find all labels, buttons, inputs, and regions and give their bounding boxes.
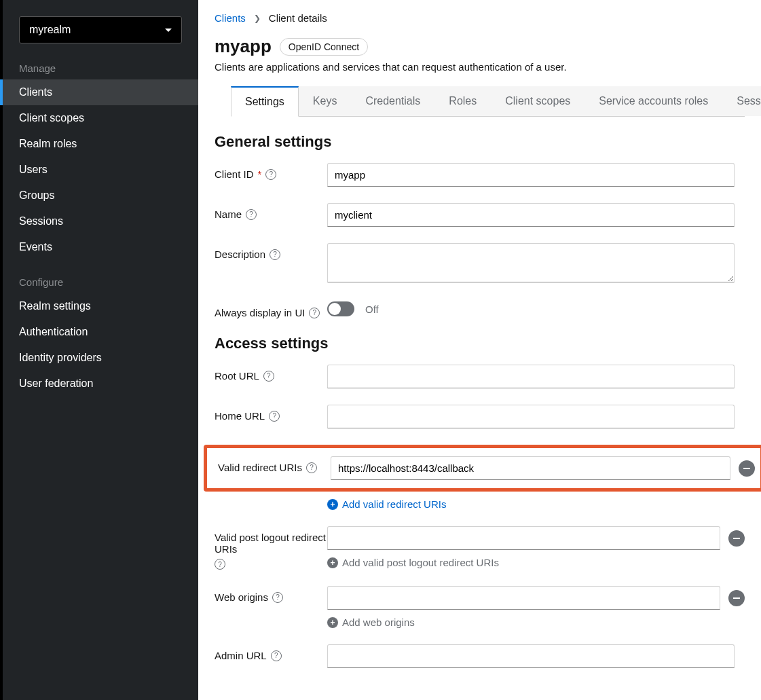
protocol-badge: OpenID Connect xyxy=(280,38,368,56)
sidebar-item-realm-roles[interactable]: Realm roles xyxy=(0,131,198,157)
page-description: Clients are applications and services th… xyxy=(215,61,745,73)
home-url-input[interactable] xyxy=(327,405,735,428)
nav-section-configure: Configure xyxy=(3,268,198,293)
sidebar-item-users[interactable]: Users xyxy=(0,157,198,183)
help-icon[interactable]: ? xyxy=(271,650,282,661)
plus-circle-icon: + xyxy=(327,499,338,510)
help-icon[interactable]: ? xyxy=(265,169,276,180)
tab-keys[interactable]: Keys xyxy=(299,86,352,116)
minus-icon xyxy=(733,538,740,539)
label-valid-redirect: Valid redirect URIs ? xyxy=(218,456,331,473)
sidebar-item-sessions[interactable]: Sessions xyxy=(0,208,198,234)
label-always-display: Always display in UI ? xyxy=(215,301,327,318)
sidebar-item-realm-settings[interactable]: Realm settings xyxy=(0,293,198,319)
help-icon[interactable]: ? xyxy=(246,209,257,220)
admin-url-input[interactable] xyxy=(327,644,735,668)
toggle-state: Off xyxy=(365,303,379,315)
chevron-right-icon: ❯ xyxy=(254,14,261,23)
label-client-id: Client ID * ? xyxy=(215,163,327,180)
sidebar-item-clients[interactable]: Clients xyxy=(0,79,198,105)
sidebar: myrealm Manage Clients Client scopes Rea… xyxy=(0,0,198,700)
tabs: Settings Keys Credentials Roles Client s… xyxy=(231,86,745,117)
minus-icon xyxy=(743,468,750,469)
client-id-input[interactable] xyxy=(327,163,735,187)
sidebar-item-identity-providers[interactable]: Identity providers xyxy=(0,345,198,371)
realm-name: myrealm xyxy=(29,24,71,36)
label-description: Description ? xyxy=(215,243,327,260)
realm-selector[interactable]: myrealm xyxy=(19,16,182,43)
breadcrumb-current: Client details xyxy=(269,12,327,24)
label-root-url: Root URL ? xyxy=(215,365,327,382)
help-icon[interactable]: ? xyxy=(215,559,225,570)
description-input[interactable] xyxy=(327,243,735,282)
help-icon[interactable]: ? xyxy=(272,592,283,603)
section-access: Access settings xyxy=(215,335,745,352)
valid-redirect-input[interactable] xyxy=(331,456,730,480)
name-input[interactable] xyxy=(327,203,735,227)
section-general: General settings xyxy=(215,133,745,151)
tab-settings[interactable]: Settings xyxy=(231,86,299,117)
add-post-logout-button[interactable]: + Add valid post logout redirect URIs xyxy=(327,557,745,568)
help-icon[interactable]: ? xyxy=(263,371,274,382)
label-name: Name ? xyxy=(215,203,327,220)
help-icon[interactable]: ? xyxy=(270,249,280,260)
label-valid-post-logout: Valid post logout redirect URIs ? xyxy=(215,526,327,570)
help-icon[interactable]: ? xyxy=(309,308,320,318)
plus-circle-icon: + xyxy=(327,557,338,568)
remove-web-origin-button[interactable] xyxy=(728,590,745,606)
label-web-origins: Web origins ? xyxy=(215,586,327,603)
web-origins-input[interactable] xyxy=(327,586,720,610)
root-url-input[interactable] xyxy=(327,365,735,388)
plus-circle-icon: + xyxy=(327,617,338,628)
sidebar-item-user-federation[interactable]: User federation xyxy=(0,371,198,397)
add-web-origins-button[interactable]: + Add web origins xyxy=(327,616,745,628)
sidebar-item-events[interactable]: Events xyxy=(0,234,198,260)
caret-down-icon xyxy=(165,29,172,32)
sidebar-item-authentication[interactable]: Authentication xyxy=(0,319,198,345)
page-title: myapp xyxy=(215,36,272,57)
breadcrumb-clients[interactable]: Clients xyxy=(215,12,246,24)
label-admin-url: Admin URL ? xyxy=(215,644,327,661)
highlight-valid-redirect: Valid redirect URIs ? xyxy=(204,445,761,492)
add-valid-redirect-button[interactable]: + Add valid redirect URIs xyxy=(327,498,745,510)
tab-service-accounts-roles[interactable]: Service accounts roles xyxy=(584,86,722,116)
tab-sessions[interactable]: Sessions xyxy=(722,86,761,116)
always-display-toggle[interactable] xyxy=(327,301,354,316)
tab-roles[interactable]: Roles xyxy=(434,86,491,116)
tab-client-scopes[interactable]: Client scopes xyxy=(491,86,584,116)
remove-post-logout-button[interactable] xyxy=(728,530,745,547)
breadcrumb: Clients ❯ Client details xyxy=(215,12,745,24)
help-icon[interactable]: ? xyxy=(269,411,280,422)
remove-redirect-button[interactable] xyxy=(739,460,755,477)
nav-section-manage: Manage xyxy=(3,54,198,79)
tab-credentials[interactable]: Credentials xyxy=(351,86,434,116)
label-home-url: Home URL ? xyxy=(215,405,327,422)
sidebar-item-client-scopes[interactable]: Client scopes xyxy=(0,105,198,131)
help-icon[interactable]: ? xyxy=(306,462,317,473)
sidebar-item-groups[interactable]: Groups xyxy=(0,183,198,208)
valid-post-logout-input[interactable] xyxy=(327,526,720,550)
minus-icon xyxy=(733,597,740,599)
main-content: Clients ❯ Client details myapp OpenID Co… xyxy=(198,0,761,700)
